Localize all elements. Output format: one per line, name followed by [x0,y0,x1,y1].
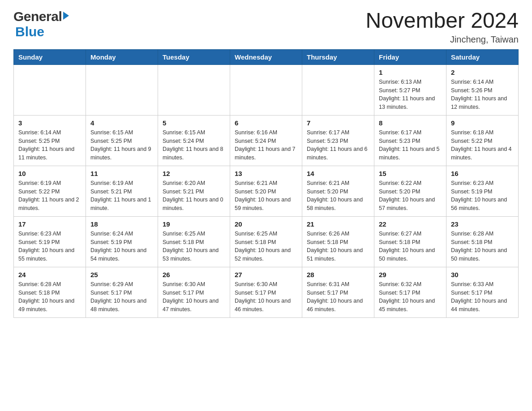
day-number: 16 [451,170,514,177]
calendar-subtitle: Jincheng, Taiwan [365,34,519,45]
day-number: 28 [307,271,369,278]
day-info: Sunrise: 6:17 AMSunset: 5:23 PMDaylight:… [379,128,442,162]
day-number: 5 [163,119,225,127]
day-cell: 23Sunrise: 6:28 AMSunset: 5:18 PMDayligh… [446,216,519,267]
day-number: 6 [235,119,297,127]
day-cell: 21Sunrise: 6:26 AMSunset: 5:18 PMDayligh… [302,216,374,267]
day-cell [14,64,86,115]
day-number: 10 [18,170,81,177]
logo-blue-text: Blue [15,24,44,39]
day-info: Sunrise: 6:31 AMSunset: 5:17 PMDaylight:… [307,280,369,314]
day-info: Sunrise: 6:28 AMSunset: 5:18 PMDaylight:… [451,230,514,263]
day-info: Sunrise: 6:23 AMSunset: 5:19 PMDaylight:… [451,179,514,213]
week-row-1: 1Sunrise: 6:13 AMSunset: 5:27 PMDaylight… [14,64,519,115]
day-number: 14 [307,170,369,177]
week-row-5: 24Sunrise: 6:28 AMSunset: 5:18 PMDayligh… [14,267,519,317]
day-cell: 3Sunrise: 6:14 AMSunset: 5:25 PMDaylight… [14,115,86,166]
day-info: Sunrise: 6:25 AMSunset: 5:18 PMDaylight:… [163,230,225,263]
day-number: 13 [235,170,297,177]
day-number: 25 [90,271,153,278]
day-number: 26 [163,271,225,278]
day-cell: 5Sunrise: 6:15 AMSunset: 5:24 PMDaylight… [158,115,230,166]
day-info: Sunrise: 6:33 AMSunset: 5:17 PMDaylight:… [451,280,514,314]
day-info: Sunrise: 6:17 AMSunset: 5:23 PMDaylight:… [307,128,369,162]
day-cell [158,64,230,115]
header-cell-thursday: Thursday [302,49,374,64]
day-info: Sunrise: 6:19 AMSunset: 5:22 PMDaylight:… [18,179,81,213]
header-cell-monday: Monday [86,49,158,64]
day-cell: 13Sunrise: 6:21 AMSunset: 5:20 PMDayligh… [230,166,302,216]
day-info: Sunrise: 6:15 AMSunset: 5:24 PMDaylight:… [163,128,225,162]
day-cell: 20Sunrise: 6:25 AMSunset: 5:18 PMDayligh… [230,216,302,267]
day-cell: 29Sunrise: 6:32 AMSunset: 5:17 PMDayligh… [374,267,446,317]
day-number: 22 [379,220,442,228]
day-cell: 19Sunrise: 6:25 AMSunset: 5:18 PMDayligh… [158,216,230,267]
day-number: 27 [235,271,297,278]
day-info: Sunrise: 6:29 AMSunset: 5:17 PMDaylight:… [90,280,153,314]
day-cell: 2Sunrise: 6:14 AMSunset: 5:26 PMDaylight… [446,64,519,115]
day-number: 18 [90,220,153,228]
logo-arrow-icon [63,12,69,20]
logo: General Blue [13,9,69,39]
logo-general-text: General [13,9,62,24]
day-cell: 15Sunrise: 6:22 AMSunset: 5:20 PMDayligh… [374,166,446,216]
day-number: 17 [18,220,81,228]
day-cell: 12Sunrise: 6:20 AMSunset: 5:21 PMDayligh… [158,166,230,216]
calendar-title: November 2024 [365,9,519,33]
week-row-2: 3Sunrise: 6:14 AMSunset: 5:25 PMDaylight… [14,115,519,166]
header-cell-tuesday: Tuesday [158,49,230,64]
week-row-4: 17Sunrise: 6:23 AMSunset: 5:19 PMDayligh… [14,216,519,267]
header-row: SundayMondayTuesdayWednesdayThursdayFrid… [14,49,519,64]
day-info: Sunrise: 6:21 AMSunset: 5:20 PMDaylight:… [235,179,297,213]
day-number: 12 [163,170,225,177]
day-cell: 28Sunrise: 6:31 AMSunset: 5:17 PMDayligh… [302,267,374,317]
day-cell: 11Sunrise: 6:19 AMSunset: 5:21 PMDayligh… [86,166,158,216]
day-number: 1 [379,68,442,76]
day-cell: 30Sunrise: 6:33 AMSunset: 5:17 PMDayligh… [446,267,519,317]
day-info: Sunrise: 6:26 AMSunset: 5:18 PMDaylight:… [307,230,369,263]
calendar-table: SundayMondayTuesdayWednesdayThursdayFrid… [13,49,519,318]
day-info: Sunrise: 6:24 AMSunset: 5:19 PMDaylight:… [90,230,153,263]
day-number: 30 [451,271,514,278]
day-cell: 1Sunrise: 6:13 AMSunset: 5:27 PMDaylight… [374,64,446,115]
day-cell: 17Sunrise: 6:23 AMSunset: 5:19 PMDayligh… [14,216,86,267]
day-cell: 7Sunrise: 6:17 AMSunset: 5:23 PMDaylight… [302,115,374,166]
day-info: Sunrise: 6:14 AMSunset: 5:26 PMDaylight:… [451,78,514,111]
title-area: November 2024 Jincheng, Taiwan [365,9,519,45]
header-cell-friday: Friday [374,49,446,64]
day-number: 9 [451,119,514,127]
day-info: Sunrise: 6:18 AMSunset: 5:22 PMDaylight:… [451,128,514,162]
day-number: 15 [379,170,442,177]
week-row-3: 10Sunrise: 6:19 AMSunset: 5:22 PMDayligh… [14,166,519,216]
day-number: 7 [307,119,369,127]
day-info: Sunrise: 6:13 AMSunset: 5:27 PMDaylight:… [379,78,442,111]
day-number: 23 [451,220,514,228]
day-number: 19 [163,220,225,228]
day-cell: 25Sunrise: 6:29 AMSunset: 5:17 PMDayligh… [86,267,158,317]
day-cell: 22Sunrise: 6:27 AMSunset: 5:18 PMDayligh… [374,216,446,267]
day-cell [86,64,158,115]
day-info: Sunrise: 6:30 AMSunset: 5:17 PMDaylight:… [163,280,225,314]
day-number: 8 [379,119,442,127]
day-cell: 26Sunrise: 6:30 AMSunset: 5:17 PMDayligh… [158,267,230,317]
header-cell-sunday: Sunday [14,49,86,64]
day-cell: 16Sunrise: 6:23 AMSunset: 5:19 PMDayligh… [446,166,519,216]
day-info: Sunrise: 6:28 AMSunset: 5:18 PMDaylight:… [18,280,81,314]
day-number: 2 [451,68,514,76]
day-cell: 27Sunrise: 6:30 AMSunset: 5:17 PMDayligh… [230,267,302,317]
day-info: Sunrise: 6:23 AMSunset: 5:19 PMDaylight:… [18,230,81,263]
day-cell [230,64,302,115]
day-number: 24 [18,271,81,278]
day-info: Sunrise: 6:16 AMSunset: 5:24 PMDaylight:… [235,128,297,162]
day-cell: 18Sunrise: 6:24 AMSunset: 5:19 PMDayligh… [86,216,158,267]
day-number: 4 [90,119,153,127]
day-info: Sunrise: 6:19 AMSunset: 5:21 PMDaylight:… [90,179,153,213]
day-info: Sunrise: 6:30 AMSunset: 5:17 PMDaylight:… [235,280,297,314]
day-number: 3 [18,119,81,127]
page-header: General Blue November 2024 Jincheng, Tai… [13,9,519,45]
day-cell: 6Sunrise: 6:16 AMSunset: 5:24 PMDaylight… [230,115,302,166]
day-info: Sunrise: 6:22 AMSunset: 5:20 PMDaylight:… [379,179,442,213]
day-cell: 24Sunrise: 6:28 AMSunset: 5:18 PMDayligh… [14,267,86,317]
day-cell: 4Sunrise: 6:15 AMSunset: 5:25 PMDaylight… [86,115,158,166]
header-cell-saturday: Saturday [446,49,519,64]
